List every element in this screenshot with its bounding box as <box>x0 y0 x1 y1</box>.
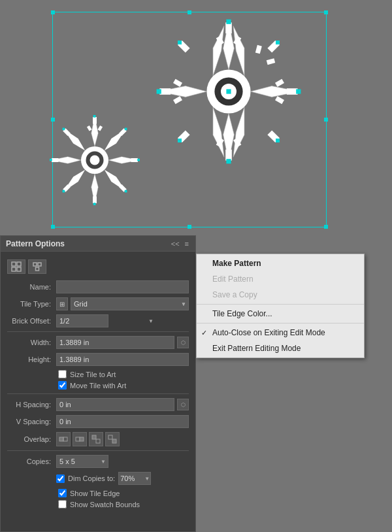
show-swatch-bounds-checkbox[interactable] <box>58 500 67 508</box>
copies-row: Copies: 5 x 5 ▼ <box>7 455 189 468</box>
svg-point-58 <box>90 156 100 165</box>
overlap-btn-3[interactable] <box>89 432 103 446</box>
menu-item-exit-pattern[interactable]: Exit Pattern Editing Mode <box>197 341 364 356</box>
panel-menu-button[interactable]: ≡ <box>184 240 190 248</box>
snowflake-small <box>46 111 144 209</box>
size-tile-row: Size Tile to Art <box>7 370 189 378</box>
pattern-icon-2[interactable] <box>28 259 46 274</box>
copies-select[interactable]: 5 x 5 <box>56 455 108 468</box>
svg-rect-31 <box>157 89 161 93</box>
h-spacing-input-group: ⬡ <box>56 398 189 411</box>
handle-bottom-right[interactable] <box>324 225 328 229</box>
name-row: Name: <box>7 280 189 293</box>
height-input[interactable] <box>56 353 189 366</box>
svg-rect-50 <box>93 197 97 204</box>
menu-item-edit-pattern-label: Edit Pattern <box>212 274 253 284</box>
brick-offset-row: Brick Offset: 1/2 ▼ <box>7 314 189 327</box>
svg-rect-12 <box>225 150 232 161</box>
brick-offset-label: Brick Offset: <box>7 317 56 325</box>
svg-rect-60 <box>93 203 96 205</box>
menu-item-auto-close[interactable]: ✓ Auto-Close on Exiting Edit Mode <box>197 325 364 341</box>
name-input[interactable] <box>56 280 189 293</box>
menu-item-make-pattern-label: Make Pattern <box>212 259 261 268</box>
menu-item-save-copy-label: Save a Copy <box>212 290 257 299</box>
svg-rect-75 <box>63 437 67 441</box>
h-spacing-input[interactable] <box>56 398 174 411</box>
handle-top-right[interactable] <box>324 10 328 14</box>
handle-top-left[interactable] <box>51 10 55 14</box>
menu-divider-1 <box>197 304 364 305</box>
svg-rect-73 <box>36 267 39 271</box>
svg-rect-37 <box>226 89 231 93</box>
divider-1 <box>7 331 189 332</box>
overlap-row: Overlap: <box>7 432 189 446</box>
svg-rect-51 <box>52 158 59 162</box>
svg-rect-70 <box>17 267 21 271</box>
width-input-group: ⬡ <box>56 336 189 349</box>
h-spacing-label: H Spacing: <box>7 401 56 408</box>
svg-rect-79 <box>96 439 100 443</box>
menu-item-edit-pattern[interactable]: Edit Pattern <box>197 271 364 287</box>
svg-rect-9 <box>225 22 232 33</box>
show-tile-edge-label: Show Tile Edge <box>70 490 120 497</box>
handle-mid-right[interactable] <box>324 118 328 122</box>
overlap-btn-2[interactable] <box>73 432 87 446</box>
show-swatch-bounds-label: Show Swatch Bounds <box>70 501 140 508</box>
svg-rect-47 <box>93 117 97 124</box>
width-height-link-icon[interactable]: ⬡ <box>177 337 189 348</box>
overlap-icons <box>56 432 189 446</box>
show-tile-edge-row: Show Tile Edge <box>7 489 189 497</box>
divider-3 <box>7 450 189 451</box>
menu-item-tile-edge-color[interactable]: Tile Edge Color... <box>197 306 364 322</box>
handle-bottom-left[interactable] <box>51 225 55 229</box>
v-spacing-input[interactable] <box>56 415 189 428</box>
dim-copies-checkbox[interactable] <box>56 474 65 483</box>
height-label: Height: <box>7 356 56 363</box>
tile-type-label: Tile Type: <box>7 300 56 308</box>
pattern-icon-1[interactable] <box>7 259 25 274</box>
svg-rect-68 <box>17 262 21 266</box>
svg-rect-32 <box>296 89 301 93</box>
svg-rect-65 <box>63 190 65 193</box>
tile-type-select[interactable]: Grid <box>71 297 189 310</box>
panel-collapse-button[interactable]: << <box>170 240 181 248</box>
menu-item-make-pattern[interactable]: Make Pattern <box>197 256 364 271</box>
dim-copies-label: Dim Copies to: <box>68 474 115 482</box>
menu-item-tile-edge-color-label: Tile Edge Color... <box>212 309 272 318</box>
svg-rect-17 <box>173 96 182 104</box>
move-tile-checkbox[interactable] <box>58 381 67 390</box>
svg-rect-67 <box>12 262 16 266</box>
size-tile-label: Size Tile to Art <box>70 371 116 378</box>
menu-item-auto-close-label: Auto-Close on Exiting Edit Mode <box>212 328 325 337</box>
handle-bottom-mid[interactable] <box>188 225 191 229</box>
svg-rect-35 <box>178 139 182 142</box>
name-label: Name: <box>7 283 56 291</box>
show-tile-edge-checkbox[interactable] <box>58 489 67 497</box>
svg-rect-19 <box>275 79 284 87</box>
svg-rect-62 <box>137 159 140 161</box>
svg-rect-22 <box>255 45 262 54</box>
svg-rect-52 <box>131 158 139 162</box>
width-label: Width: <box>7 339 56 346</box>
menu-item-save-copy[interactable]: Save a Copy <box>197 287 364 303</box>
overlap-btn-1[interactable] <box>56 432 71 446</box>
svg-rect-63 <box>63 128 65 131</box>
pattern-options-panel: Pattern Options << ≡ <box>0 235 196 532</box>
width-input[interactable] <box>56 336 174 349</box>
svg-rect-15 <box>159 88 171 95</box>
svg-rect-59 <box>93 115 96 118</box>
svg-rect-77 <box>80 437 84 441</box>
dim-copies-select[interactable]: 70% <box>118 472 151 485</box>
svg-rect-69 <box>12 267 16 271</box>
panel-controls: << ≡ <box>170 240 190 248</box>
v-spacing-label: V Spacing: <box>7 418 56 425</box>
move-tile-row: Move Tile with Art <box>7 381 189 390</box>
menu-item-exit-pattern-label: Exit Pattern Editing Mode <box>212 344 301 353</box>
size-tile-checkbox[interactable] <box>58 370 67 378</box>
overlap-btn-4[interactable] <box>105 432 120 446</box>
brick-offset-select[interactable]: 1/2 <box>56 314 108 327</box>
divider-2 <box>7 393 189 394</box>
h-v-spacing-link-icon[interactable]: ⬡ <box>177 399 189 410</box>
svg-rect-74 <box>59 437 63 441</box>
pattern-icons-row <box>7 259 189 274</box>
